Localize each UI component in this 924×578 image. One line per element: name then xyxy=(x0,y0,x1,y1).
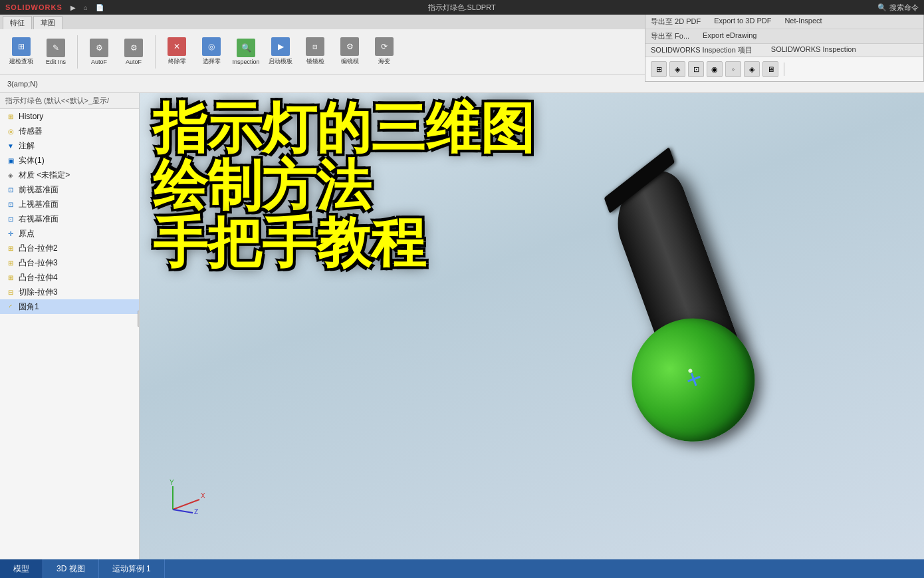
svg-text:X: X xyxy=(201,492,205,500)
sensor-icon: ◎ xyxy=(5,126,16,136)
export-2dpdf[interactable]: 导出至 2D PDF xyxy=(651,17,701,27)
search-icon: 🔍 xyxy=(877,3,887,12)
launch-template-icon: ▶ xyxy=(271,37,290,56)
tree-item-history[interactable]: ⊞ History xyxy=(0,109,139,124)
svg-text:Z: Z xyxy=(194,508,198,515)
tree-item-material[interactable]: ◈ 材质 <未指定> xyxy=(0,168,139,182)
overlay-line1: 指示灯的三维图 xyxy=(153,100,534,157)
insp-btn-5[interactable]: ◦ xyxy=(725,61,741,77)
insp-btn-2[interactable]: ◈ xyxy=(669,61,685,77)
tool-mirror-check[interactable]: ⧈ 镜镜检 xyxy=(299,33,331,71)
autof2-icon: ⚙ xyxy=(124,39,143,57)
export-fo[interactable]: 导出至 Fo... xyxy=(651,31,689,41)
solid-icon: ▣ xyxy=(5,155,16,166)
insp-btn-1[interactable]: ⊞ xyxy=(651,61,667,77)
indicator-light-model xyxy=(542,113,893,512)
edit-ins-icon: ✎ xyxy=(47,39,65,57)
extrude4-icon: ⊞ xyxy=(5,272,16,283)
top-plane-icon: ⊡ xyxy=(5,199,16,210)
export-3dpdf[interactable]: Export to 3D PDF xyxy=(714,17,771,27)
tree-item-front-plane[interactable]: ⊡ 前视基准面 xyxy=(0,182,139,197)
tool-autof2[interactable]: ⚙ AutoF xyxy=(118,33,150,71)
insp-btn-3[interactable]: ⊡ xyxy=(688,61,704,77)
brand-logo: SOLIDWORKS xyxy=(5,3,62,11)
tree-item-extrude3[interactable]: ⊞ 凸台-拉伸3 xyxy=(0,255,139,270)
search-area[interactable]: 🔍 搜索命令 xyxy=(877,3,919,13)
tree-item-fillet1[interactable]: ◜ 圆角1 xyxy=(0,299,139,314)
tool-launch-template[interactable]: ▶ 启动模板 xyxy=(265,33,296,71)
status-tab-model[interactable]: 模型 xyxy=(0,559,43,578)
tool-select[interactable]: ◎ 选择零 xyxy=(195,33,227,71)
tool-transform[interactable]: ⟳ 海变 xyxy=(368,33,400,71)
insp-btn-7[interactable]: 🖥 xyxy=(762,61,778,77)
sidebar-expand-arrow[interactable]: › xyxy=(138,311,140,327)
3d-model-container xyxy=(592,146,844,479)
overlay-text: 指示灯的三维图 绘制方法 手把手教程 xyxy=(153,100,534,271)
inspection-tools: ⊞ ◈ ⊡ ◉ ◦ ◈ 🖥 xyxy=(645,57,923,81)
inspection-panel: 导出至 2D PDF Export to 3D PDF Net-Inspect … xyxy=(645,15,924,82)
doc-icon[interactable]: 📄 xyxy=(96,4,104,11)
svg-text:Y: Y xyxy=(170,480,174,486)
tree-item-extrude2[interactable]: ⊞ 凸台-拉伸2 xyxy=(0,241,139,255)
tree-item-origin[interactable]: ✛ 原点 xyxy=(0,226,139,241)
inspection-header: 导出至 2D PDF Export to 3D PDF Net-Inspect xyxy=(645,15,923,29)
tree-item-right-plane[interactable]: ⊡ 右视基准面 xyxy=(0,212,139,226)
history-icon: ⊞ xyxy=(5,111,16,122)
tool-inspection[interactable]: 🔍 Inspection xyxy=(230,33,262,71)
transform-icon: ⟳ xyxy=(375,37,394,56)
tool-autof1[interactable]: ⚙ AutoF xyxy=(83,33,115,71)
net-inspect[interactable]: Net-Inspect xyxy=(784,17,822,27)
viewport[interactable]: X Y Z 指示灯的三维图 绘制方法 手把手教程 xyxy=(140,93,924,559)
insp-btn-6[interactable]: ◈ xyxy=(744,61,760,77)
status-tab-3dview[interactable]: 3D 视图 xyxy=(43,559,99,578)
tool-remove[interactable]: ✕ 终除零 xyxy=(161,33,193,71)
tree-item-annotation[interactable]: ▼ 注解 xyxy=(0,138,139,153)
extrude3-icon: ⊞ xyxy=(5,257,16,268)
window-title: 指示灯绿色.SLDPRT xyxy=(428,3,495,13)
mirror-check-icon: ⧈ xyxy=(306,37,324,56)
select-icon: ◎ xyxy=(202,37,221,56)
annotation-icon: ▼ xyxy=(5,140,16,151)
tool-edit-mirror[interactable]: ⚙ 编镜模 xyxy=(334,33,366,71)
remove-icon: ✕ xyxy=(168,37,186,56)
status-bar: 模型 3D 视图 运动算例 1 xyxy=(0,559,924,578)
tab-features[interactable]: 特征 xyxy=(3,16,32,29)
overlay-line3: 手把手教程 xyxy=(153,214,534,271)
tool-edit-ins[interactable]: ✎ Edit Ins xyxy=(40,33,72,71)
search-label[interactable]: 搜索命令 xyxy=(889,3,919,13)
sidebar-header: 指示灯绿色 (默认<<默认>_显示/ xyxy=(0,93,139,109)
autof1-icon: ⚙ xyxy=(90,39,108,57)
overlay-line2: 绘制方法 xyxy=(153,157,534,214)
feature-tree-sidebar: 指示灯绿色 (默认<<默认>_显示/ ⊞ History ◎ 传感器 ▼ 注解 … xyxy=(0,93,140,559)
tree-item-cut-extrude3[interactable]: ⊟ 切除-拉伸3 xyxy=(0,285,139,299)
nav-arrow: ▶ xyxy=(70,4,76,11)
cut-extrude3-icon: ⊟ xyxy=(5,287,16,297)
right-plane-icon: ⊡ xyxy=(5,214,16,224)
front-plane-icon: ⊡ xyxy=(5,184,16,195)
extrude2-icon: ⊞ xyxy=(5,243,16,253)
tool-build-check[interactable]: ⊞ 建检查项 xyxy=(5,33,37,71)
status-tab-motion[interactable]: 运动算例 1 xyxy=(99,559,165,578)
inspection-icon: 🔍 xyxy=(237,39,255,57)
export-edrawing[interactable]: Export eDrawing xyxy=(703,31,756,41)
fillet1-icon: ◜ xyxy=(5,301,16,312)
inspection-header-2: 导出至 Fo... Export eDrawing xyxy=(645,29,923,44)
tree-item-extrude4[interactable]: ⊞ 凸台-拉伸4 xyxy=(0,270,139,285)
insp-tab-main[interactable]: SOLIDWORKS Inspection xyxy=(771,45,856,55)
axis-svg: X Y Z xyxy=(166,480,206,519)
top-bar: SOLIDWORKS ▶ ⌂ 📄 指示灯绿色.SLDPRT 🔍 搜索命令 xyxy=(0,0,924,15)
insp-btn-4[interactable]: ◉ xyxy=(707,61,723,77)
insp-tab-project[interactable]: SOLIDWORKS Inspection 项目 xyxy=(651,45,752,55)
separator-2 xyxy=(155,35,156,69)
separator-1 xyxy=(77,35,78,69)
svg-line-4 xyxy=(173,509,193,513)
axis-indicator: X Y Z xyxy=(166,480,206,519)
tree-item-solid[interactable]: ▣ 实体(1) xyxy=(0,153,139,168)
sec-btn-amp[interactable]: 3(amp;N) xyxy=(3,76,43,91)
tab-sketch[interactable]: 草图 xyxy=(33,16,62,29)
tree-item-top-plane[interactable]: ⊡ 上视基准面 xyxy=(0,197,139,212)
tree-item-sensor[interactable]: ◎ 传感器 xyxy=(0,124,139,138)
home-icon[interactable]: ⌂ xyxy=(84,4,88,11)
inspection-tabs: SOLIDWORKS Inspection 项目 SOLIDWORKS Insp… xyxy=(645,44,923,57)
material-icon: ◈ xyxy=(5,170,16,180)
